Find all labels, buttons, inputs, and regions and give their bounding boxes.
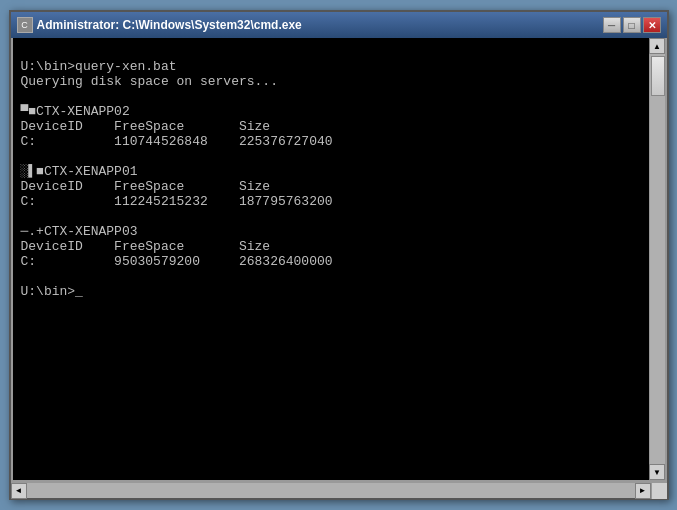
titlebar-buttons: ─ □ ✕: [603, 17, 661, 33]
scroll-right-arrow[interactable]: ►: [635, 483, 651, 499]
titlebar-left: C Administrator: C:\Windows\System32\cmd…: [17, 17, 302, 33]
minimize-button[interactable]: ─: [603, 17, 621, 33]
scroll-thumb[interactable]: [651, 56, 665, 96]
scroll-up-arrow[interactable]: ▲: [649, 38, 665, 54]
cmd-window: C Administrator: C:\Windows\System32\cmd…: [9, 10, 669, 500]
close-button[interactable]: ✕: [643, 17, 661, 33]
scroll-track[interactable]: [650, 54, 665, 464]
terminal-output[interactable]: U:\bin>query-xen.bat Querying disk space…: [13, 38, 649, 480]
hscroll-track[interactable]: [27, 483, 635, 498]
scroll-down-arrow[interactable]: ▼: [649, 464, 665, 480]
vertical-scrollbar[interactable]: ▲ ▼: [649, 38, 665, 480]
maximize-button[interactable]: □: [623, 17, 641, 33]
window-icon: C: [17, 17, 33, 33]
window-title: Administrator: C:\Windows\System32\cmd.e…: [37, 18, 302, 32]
titlebar: C Administrator: C:\Windows\System32\cmd…: [11, 12, 667, 38]
horizontal-scrollbar: ◄ ►: [11, 482, 667, 498]
scroll-left-arrow[interactable]: ◄: [11, 483, 27, 499]
scrollbar-corner: [651, 483, 667, 499]
window-body: U:\bin>query-xen.bat Querying disk space…: [11, 38, 667, 482]
